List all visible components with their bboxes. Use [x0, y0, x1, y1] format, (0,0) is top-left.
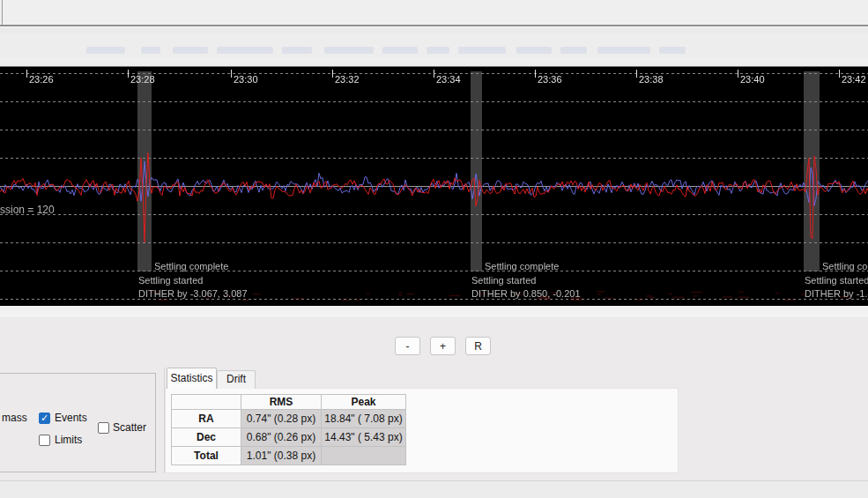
event-label-dither: DITHER by -3.067, 3.087: [138, 289, 248, 299]
toolbar-strip: [0, 33, 868, 58]
stats-total-peak: [322, 447, 406, 465]
stats-header-peak: Peak: [322, 395, 406, 410]
ghost-toolbar-item: [282, 47, 312, 54]
event-label-dither: DITHER by 0.850, -0.201: [471, 289, 581, 299]
stats-label-ra: RA: [172, 410, 241, 428]
reset-zoom-button[interactable]: R: [465, 337, 491, 355]
ghost-toolbar-item: [217, 47, 273, 54]
stats-total-rms: 1.01" (0.38 px): [241, 447, 322, 465]
event-label-settling-started: Settling started: [471, 276, 536, 286]
ghost-toolbar-item: [458, 47, 506, 54]
stats-label-dec: Dec: [172, 428, 241, 447]
limits-checkbox-label[interactable]: Limits: [55, 434, 82, 446]
scatter-checkbox-label[interactable]: Scatter: [113, 421, 146, 434]
ghost-toolbar-item: [597, 47, 650, 54]
stats-header-blank: [172, 395, 241, 410]
time-axis-label: 23:42: [842, 74, 866, 85]
statistics-table: RMS Peak RA 0.74" (0.28 px) 18.84" ( 7.0…: [171, 394, 406, 465]
time-axis-label: 23:40: [740, 74, 765, 85]
table-row-dec: Dec 0.68" (0.26 px) 14.43" ( 5.43 px): [172, 428, 406, 447]
star-mass-checkbox-label[interactable]: mass: [2, 412, 27, 424]
stats-ra-peak: 18.84" ( 7.08 px): [322, 410, 406, 428]
chrome-gap-strip: [0, 58, 868, 66]
limits-checkbox[interactable]: [39, 435, 50, 446]
ghost-toolbar-item: [560, 47, 587, 54]
tab-statistics[interactable]: Statistics: [167, 368, 217, 389]
ghost-toolbar-item: [86, 47, 125, 54]
guide-graph-canvas[interactable]: [0, 67, 868, 306]
event-label-settling-complete: Settling complete: [822, 262, 868, 271]
guide-history-graph: ssion = 120 23:2623:2823:3023:3223:3423:…: [0, 66, 868, 306]
status-bar: [0, 480, 868, 498]
tab-drift[interactable]: Drift: [217, 370, 256, 389]
ghost-toolbar-item: [382, 47, 418, 54]
scatter-checkbox[interactable]: [98, 422, 109, 434]
ghost-toolbar-item: [516, 47, 552, 54]
zoom-in-button[interactable]: +: [430, 337, 456, 355]
table-row-ra: RA 0.74" (0.28 px) 18.84" ( 7.08 px): [172, 410, 406, 428]
ghost-toolbar-item: [659, 47, 686, 54]
time-axis-label: 23:36: [538, 74, 562, 85]
graph-scrollbar-strip: [0, 306, 868, 316]
ghost-toolbar-item: [141, 47, 160, 54]
time-axis-label: 23:26: [29, 74, 54, 85]
stats-dec-peak: 14.43" ( 5.43 px): [322, 428, 406, 447]
time-axis-label: 23:32: [335, 74, 360, 85]
zoom-out-button[interactable]: -: [395, 337, 420, 355]
window-left-edge: [2, 0, 3, 25]
time-axis-label: 23:28: [130, 74, 155, 85]
time-axis-label: 23:30: [234, 74, 258, 85]
table-row-total: Total 1.01" (0.38 px): [172, 447, 406, 465]
events-checkbox[interactable]: [39, 413, 50, 424]
event-label-settling-started: Settling started: [805, 276, 868, 286]
graph-options-panel: mass Events Limits Scatter: [0, 373, 156, 472]
stats-header-rms: RMS: [241, 395, 322, 410]
stats-dec-rms: 0.68" (0.26 px): [241, 428, 322, 447]
event-label-settling-started: Settling started: [138, 276, 203, 286]
event-label-dither: DITHER by -1.4: [805, 289, 868, 299]
ghost-toolbar-item: [427, 47, 449, 54]
time-axis-label: 23:34: [436, 74, 461, 85]
event-label-settling-complete: Settling complete: [154, 262, 228, 271]
graph-info-text: ssion = 120: [0, 204, 55, 216]
time-axis-label: 23:38: [639, 74, 664, 85]
event-label-settling-complete: Settling complete: [485, 262, 559, 271]
stats-label-total: Total: [172, 447, 241, 465]
ghost-toolbar-item: [324, 47, 374, 54]
ghost-toolbar-item: [173, 47, 208, 54]
events-checkbox-label[interactable]: Events: [55, 412, 87, 424]
stats-ra-rms: 0.74" (0.28 px): [241, 410, 322, 428]
top-window-panel: [0, 0, 868, 26]
